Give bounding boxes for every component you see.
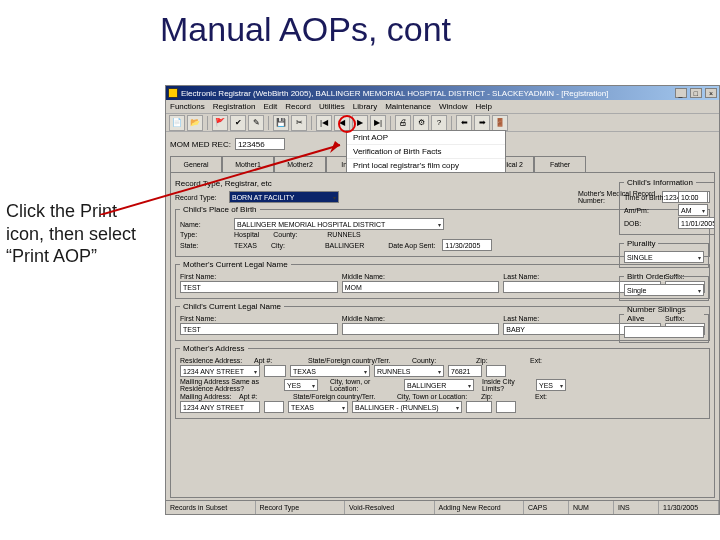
- forward-arrow-icon[interactable]: ➡: [474, 115, 490, 131]
- menu-functions[interactable]: Functions: [170, 102, 205, 111]
- pob-name-select[interactable]: BALLINGER MEMORIAL HOSPITAL DISTRICT▾: [234, 218, 444, 230]
- inside-city-label: Inside City Limits?: [482, 378, 532, 392]
- mail-state-label: State/Foreign country/Terr.: [293, 393, 393, 400]
- tab-mother2[interactable]: Mother2: [274, 156, 326, 172]
- ml-first-input[interactable]: [180, 281, 338, 293]
- separator: [311, 116, 312, 130]
- dob-input[interactable]: [678, 217, 715, 229]
- inside-city-select[interactable]: YES▾: [536, 379, 566, 391]
- maximize-button[interactable]: □: [690, 88, 702, 98]
- mail-city-select[interactable]: BALLINGER - (RUNNELS)▾: [352, 401, 462, 413]
- mail-apt-input[interactable]: [264, 401, 284, 413]
- apt-input[interactable]: [264, 365, 286, 377]
- res-addr-select[interactable]: 1234 ANY STREET▾: [180, 365, 260, 377]
- mother-legal-legend: Mother's Current Legal Name: [180, 260, 291, 269]
- birth-order-select[interactable]: Single▾: [624, 284, 704, 296]
- mail-ext-input[interactable]: [496, 401, 516, 413]
- mail-addr-input[interactable]: [180, 401, 260, 413]
- back-arrow-icon[interactable]: ⬅: [456, 115, 472, 131]
- exit-icon[interactable]: 🚪: [492, 115, 508, 131]
- addr-city-select[interactable]: BALLINGER▾: [404, 379, 474, 391]
- status-num: NUM: [569, 501, 614, 514]
- menu-help[interactable]: Help: [475, 102, 491, 111]
- mail-addr-label: Mailing Address:: [180, 393, 235, 400]
- dob-label: DOB:: [624, 220, 674, 227]
- plurality-legend: Plurality: [624, 239, 658, 248]
- ampm-select[interactable]: AM▾: [678, 204, 708, 216]
- print-icon[interactable]: 🖨: [395, 115, 411, 131]
- addr-city-label: City, town, or Location:: [330, 378, 400, 392]
- gear-icon[interactable]: ⚙: [413, 115, 429, 131]
- cl-last-label: Last Name:: [503, 315, 539, 322]
- mail-zip-input[interactable]: [466, 401, 492, 413]
- menu-maintenance[interactable]: Maintenance: [385, 102, 431, 111]
- mail-same-label: Mailing Address Same as Residence Addres…: [180, 378, 280, 392]
- document-icon[interactable]: 📄: [169, 115, 185, 131]
- menu-item-print-local[interactable]: Print local registrar's film copy: [347, 159, 505, 172]
- last-icon[interactable]: ▶|: [370, 115, 386, 131]
- pob-state-value: TEXAS: [234, 242, 257, 249]
- menu-record[interactable]: Record: [285, 102, 311, 111]
- status-ins: INS: [614, 501, 659, 514]
- cl-middle-label: Middle Name:: [342, 315, 385, 322]
- tab-mother1[interactable]: Mother1: [222, 156, 274, 172]
- menu-item-verification[interactable]: Verification of Birth Facts: [347, 145, 505, 159]
- close-button[interactable]: ×: [705, 88, 717, 98]
- mail-same-select[interactable]: YES▾: [284, 379, 318, 391]
- mail-state-select[interactable]: TEXAS▾: [288, 401, 348, 413]
- check-icon[interactable]: ✔: [230, 115, 246, 131]
- tab-father[interactable]: Father: [534, 156, 586, 172]
- menu-registration[interactable]: Registration: [213, 102, 256, 111]
- cut-icon[interactable]: ✂: [291, 115, 307, 131]
- status-void: Void-Resolved: [345, 501, 435, 514]
- mom-med-rec-label: MOM MED REC:: [170, 140, 231, 149]
- separator: [390, 116, 391, 130]
- minimize-button[interactable]: _: [675, 88, 687, 98]
- child-info-panel: Child's Information Time of Birth: Am/Pm…: [616, 175, 712, 495]
- title-bar: Electronic Registrar (WebBirth 2005), BA…: [166, 86, 719, 100]
- ml-middle-input[interactable]: [342, 281, 500, 293]
- pob-city-value: BALLINGER: [325, 242, 364, 249]
- pob-state-label: State:: [180, 242, 230, 249]
- cl-first-input[interactable]: [180, 323, 338, 335]
- open-icon[interactable]: 📂: [187, 115, 203, 131]
- siblings-input[interactable]: [624, 326, 704, 338]
- print-dropdown-menu: Print AOP Verification of Birth Facts Pr…: [346, 130, 506, 173]
- prev-icon[interactable]: ◀: [334, 115, 350, 131]
- menu-library[interactable]: Library: [353, 102, 377, 111]
- help-icon[interactable]: ?: [431, 115, 447, 131]
- separator: [207, 116, 208, 130]
- addr-county-select[interactable]: RUNNELS▾: [374, 365, 444, 377]
- record-type-label: Record Type:: [175, 194, 225, 201]
- time-input[interactable]: [678, 191, 708, 203]
- addr-ext-label: Ext:: [530, 357, 580, 364]
- ml-first-label: First Name:: [180, 273, 216, 280]
- zip-input[interactable]: [448, 365, 482, 377]
- cl-middle-input[interactable]: [342, 323, 500, 335]
- pob-name-label: Name:: [180, 221, 230, 228]
- addr-zip-label: Zip:: [476, 357, 526, 364]
- record-type-select[interactable]: BORN AT FACILITY▾: [229, 191, 339, 203]
- pencil-icon[interactable]: ✎: [248, 115, 264, 131]
- window-buttons: _ □ ×: [674, 88, 717, 98]
- ampm-label: Am/Pm:: [624, 207, 674, 214]
- addr-state-select[interactable]: TEXAS▾: [290, 365, 370, 377]
- menu-utilities[interactable]: Utilities: [319, 102, 345, 111]
- pob-county-value: RUNNELS: [327, 231, 360, 238]
- menu-window[interactable]: Window: [439, 102, 467, 111]
- plurality-select[interactable]: SINGLE▾: [624, 251, 704, 263]
- next-icon[interactable]: ▶: [352, 115, 368, 131]
- ext-input[interactable]: [486, 365, 506, 377]
- apt-label: Apt #:: [254, 357, 304, 364]
- menu-edit[interactable]: Edit: [263, 102, 277, 111]
- menu-item-print-aop[interactable]: Print AOP: [347, 131, 505, 145]
- ml-middle-label: Middle Name:: [342, 273, 385, 280]
- mom-med-rec-input[interactable]: [235, 138, 285, 150]
- first-icon[interactable]: |◀: [316, 115, 332, 131]
- flag-icon[interactable]: 🚩: [212, 115, 228, 131]
- save-icon[interactable]: 💾: [273, 115, 289, 131]
- mom-med-rec-bar: MOM MED REC:: [170, 138, 285, 150]
- tab-general[interactable]: General: [170, 156, 222, 172]
- place-of-birth-legend: Child's Place of Birth: [180, 205, 260, 214]
- date-aop-input[interactable]: [442, 239, 492, 251]
